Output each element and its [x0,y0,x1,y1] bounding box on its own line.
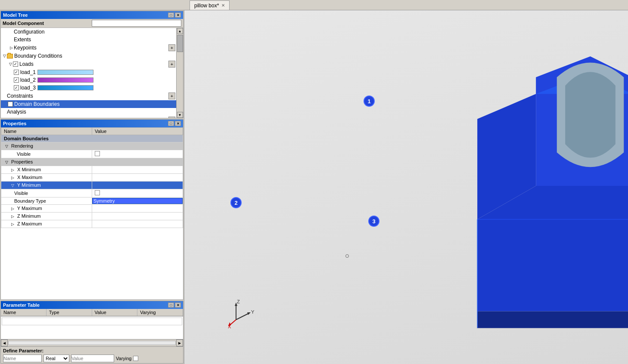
expand-keypoints[interactable]: ▷ [9,45,14,50]
prop-y-minimum-name: ▽ Y Minimum [1,182,92,189]
expand-rendering[interactable]: ▽ [4,144,9,149]
prop-z-minimum[interactable]: ▷ Z Minimum [1,213,183,220]
prop-z-maximum[interactable]: ▷ Z Maximum [1,220,183,228]
param-new-name-input[interactable] [2,318,182,325]
scroll-down-button[interactable]: ▼ [177,112,183,118]
define-varying-checkbox[interactable] [133,356,138,361]
tab-label: pillow box* [194,3,219,9]
expand-properties-group[interactable]: ▽ [4,160,9,165]
tree-item-constraints[interactable]: Constraints + [1,92,176,100]
prop-x-minimum[interactable]: ▷ X Minimum [1,166,183,174]
tree-item-load3[interactable]: load_3 [1,84,176,92]
expand-z-min[interactable]: ▷ [10,214,15,219]
tree-label-configuration: Configuration [14,29,44,35]
checkbox-load1[interactable] [14,70,19,75]
prop-y-minimum-value [92,182,183,189]
tree-label-analysis: Analysis [7,109,26,115]
restore-button[interactable]: □ [168,12,174,18]
visible-rendering-checkbox[interactable] [95,151,100,156]
tree-item-load2[interactable]: load_2 [1,76,176,84]
define-value-input[interactable] [71,355,114,362]
scroll-up-button[interactable]: ▲ [177,28,183,34]
scroll-right-button[interactable]: ▶ [176,339,183,346]
param-restore-button[interactable]: □ [168,302,174,308]
expand-x-min[interactable]: ▷ [10,167,15,173]
prop-y-maximum-name: ▷ Y Maximum [1,205,92,213]
prop-y-maximum[interactable]: ▷ Y Maximum [1,205,183,213]
prop-x-minimum-name: ▷ X Minimum [1,166,92,174]
expand-boundary-conditions[interactable]: ▽ [2,53,7,59]
loads-add-button[interactable]: + [168,61,175,68]
prop-visible-y-value[interactable] [92,189,183,197]
parameter-table-panel: Parameter Table □ ✕ Name Type Value Vary… [0,301,183,364]
tree-label-loads: Loads [19,61,34,67]
tree-item-outputs[interactable]: Outputs + [1,116,176,118]
define-param-row: Real Integer Boolean String Varying [3,355,181,362]
tree-item-extents[interactable]: Extents [1,36,176,43]
param-titlebar-buttons: □ ✕ [168,302,181,308]
checkbox-domain-boundaries[interactable] [8,102,13,107]
scroll-left-button[interactable]: ◀ [1,339,8,346]
expand-outputs[interactable] [2,117,7,118]
tree-item-loads[interactable]: ▽ Loads + [1,60,176,68]
tree-item-boundary-conditions[interactable]: ▽ Boundary Conditions [1,52,176,60]
param-bottom-scrollbar: ◀ ▶ [1,339,183,346]
tree-label-boundary-conditions: Boundary Conditions [14,53,62,59]
expand-y-min[interactable]: ▽ [10,183,15,188]
prop-domain-boundaries-title: Domain Boundaries [1,135,183,142]
checkbox-loads[interactable] [13,62,18,67]
expand-y-max[interactable]: ▷ [10,206,15,211]
axis-indicator: Z Y X [227,298,258,330]
tree-item-analysis[interactable]: Analysis [1,108,176,116]
prop-visible-rendering-value[interactable] [92,150,183,158]
keypoints-add-button[interactable]: + [168,44,175,51]
prop-rendering-group[interactable]: ▽ Rendering [1,142,183,150]
prop-title-label: Domain Boundaries [4,136,49,141]
tab-close-icon[interactable]: ✕ [221,3,225,8]
properties-titlebar-buttons: □ ✕ [168,121,181,126]
param-table-body [1,326,183,339]
tree-label-load3: load_3 [20,85,36,91]
prop-y-maximum-value [92,205,183,213]
expand-configuration[interactable] [9,29,14,34]
tree-label-domain-boundaries-text: Domain Boundaries [14,101,59,107]
main-layout: Model Tree □ ✕ Model Component [0,10,628,364]
param-close-button[interactable]: ✕ [175,302,181,308]
properties-close-button[interactable]: ✕ [175,121,181,126]
outputs-add-button[interactable]: + [168,117,175,118]
expand-x-max[interactable]: ▷ [10,175,15,180]
tree-item-configuration[interactable]: Configuration [1,28,176,36]
prop-x-maximum[interactable]: ▷ X Maximum [1,174,183,182]
param-table-title: Parameter Table [3,302,40,308]
expand-z-max[interactable]: ▷ [10,222,15,227]
properties-restore-button[interactable]: □ [168,121,174,126]
tab-pillow-box[interactable]: pillow box* ✕ [190,0,230,10]
prop-boundary-type-value[interactable] [92,197,183,205]
tree-item-domain-boundaries[interactable]: 1 Domain Boundaries [1,100,176,108]
define-type-select[interactable]: Real Integer Boolean String [44,355,69,362]
properties-title: Properties [3,121,26,126]
constraints-add-button[interactable]: + [168,93,175,99]
tree-item-load1[interactable]: load_1 [1,68,176,76]
expand-loads[interactable]: ▽ [8,62,13,67]
checkbox-load3[interactable] [14,85,19,90]
tree-item-keypoints[interactable]: ▷ Keypoints + [1,43,176,52]
prop-properties-group[interactable]: ▽ Properties [1,158,183,166]
expand-constraints[interactable] [2,93,7,99]
checkbox-load2[interactable] [14,77,19,83]
boundary-type-input[interactable] [92,198,183,204]
prop-x-maximum-name: ▷ X Maximum [1,174,92,182]
prop-y-minimum[interactable]: ▽ Y Minimum [1,182,183,189]
close-button[interactable]: ✕ [175,12,181,18]
param-content: Name Type Value Varying ◀ ▶ [1,309,183,363]
expand-analysis[interactable] [2,109,7,114]
prop-x-minimum-value [92,166,183,174]
expand-extents[interactable] [9,37,14,42]
visible-y-checkbox[interactable] [95,190,100,195]
param-col-type: Type [47,309,92,316]
viewport-background: Z Y X 1 2 3 [184,10,628,364]
scroll-thumb[interactable] [177,35,183,52]
viewport[interactable]: Z Y X 1 2 3 [184,10,628,364]
model-component-input[interactable] [92,20,182,27]
define-name-input[interactable] [3,355,42,362]
